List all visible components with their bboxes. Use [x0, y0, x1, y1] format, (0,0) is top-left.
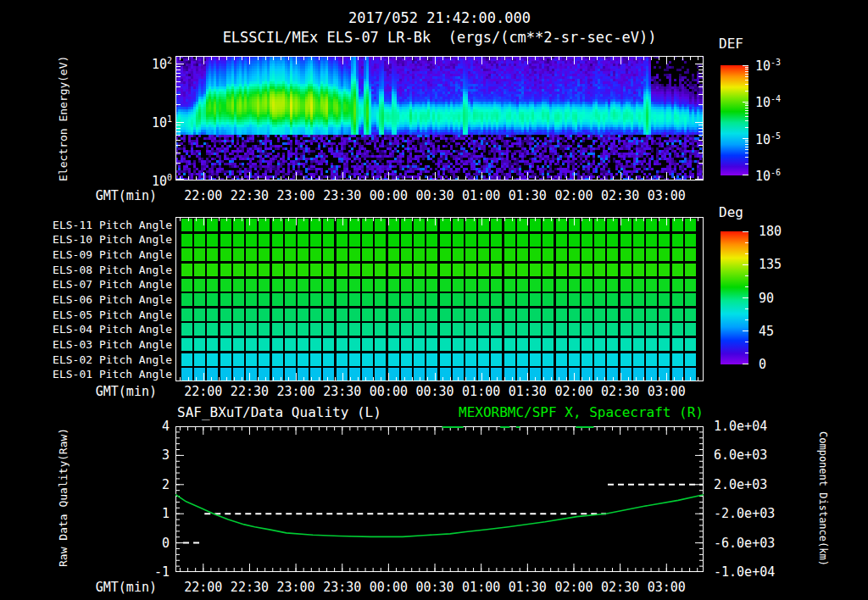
time-tick-label: 00:00: [370, 384, 408, 399]
quality-axis-tick-label: 1: [162, 506, 170, 521]
quality-axis-tick-label: -1: [154, 564, 170, 580]
time-tick-label: 03:00: [648, 384, 686, 399]
time-tick-label: 02:00: [554, 580, 593, 595]
time-tick-label: 22:30: [231, 384, 269, 399]
time-tick-label: 01:00: [462, 188, 500, 203]
plot-timestamp-title: 2017/052 21:42:00.000: [175, 9, 704, 26]
distance-axis-tick-label: -1.0e+04: [714, 564, 775, 580]
distance-axis-tick-label: 2.0e+03: [714, 477, 767, 492]
line-panel-border: [176, 427, 704, 572]
time-tick-label: 03:00: [648, 188, 686, 203]
time-tick-label: 22:00: [184, 384, 222, 399]
deg-colorbar-tick-label: 0: [759, 357, 766, 372]
quality-axis-tick-label: 2: [162, 477, 170, 492]
electron-energy-spectrogram: [175, 56, 704, 181]
time-tick-label: 02:00: [554, 384, 593, 399]
pitch-angle-heatmap: [175, 217, 704, 381]
time-tick-labels-middle: 22:0022:3023:0023:3000:0000:3001:0001:30…: [175, 384, 704, 399]
time-tick-label: 00:00: [370, 188, 408, 203]
time-tick-label: 03:00: [648, 580, 686, 595]
quality-axis-tick-label: 3: [162, 447, 170, 463]
time-tick-label: 02:30: [601, 384, 639, 399]
time-tick-label: 23:30: [323, 188, 361, 203]
time-tick-label: 22:30: [231, 188, 269, 203]
quality-y-axis-label-line2: (Raw): [54, 428, 73, 461]
time-tick-label: 01:30: [509, 384, 547, 399]
time-tick-label: 23:30: [323, 384, 361, 399]
def-colorbar: [721, 65, 748, 175]
quality-axis-tick-label: 0: [162, 536, 170, 551]
quality-orbit-plot: [175, 426, 704, 572]
deg-colorbar-tick-label: 135: [759, 257, 782, 272]
distance-y-axis-label-line2: (km): [814, 542, 832, 566]
distance-axis-tick-label: 6.0e+03: [714, 447, 767, 463]
time-tick-label: 22:00: [184, 580, 222, 595]
spacecraft-series-legend: MEXORBMC/SPF X, Spacecraft (R): [459, 404, 704, 420]
plot-instrument-title: ELSSCIL/MEx ELS-07 LR-Bk (ergs/(cm**2-sr…: [175, 29, 704, 46]
quality-y-axis-label: Raw Data Quality(Raw): [44, 414, 83, 581]
quality-y-axis-label-line1: Raw Data Quality: [54, 461, 73, 567]
time-tick-label: 01:30: [509, 188, 547, 203]
time-tick-label: 23:00: [277, 580, 315, 595]
time-tick-label: 01:00: [462, 580, 500, 595]
time-tick-label: 00:00: [370, 580, 408, 595]
spacecraft-x-curve: [175, 495, 704, 537]
distance-y-axis-label: Component Distance(km): [802, 409, 844, 587]
time-tick-label: 00:30: [415, 580, 453, 595]
deg-colorbar: [721, 231, 748, 364]
time-tick-labels-top: 22:0022:3023:0023:3000:0000:3001:0001:30…: [175, 188, 704, 203]
time-tick-label: 01:30: [509, 580, 547, 595]
cdaweb-style-plot: 2017/052 21:42:00.000 ELSSCIL/MEx ELS-07…: [0, 0, 868, 600]
time-tick-label: 22:30: [231, 580, 269, 595]
deg-colorbar-tick-label: 90: [759, 291, 774, 306]
time-tick-label: 00:30: [415, 188, 453, 203]
distance-axis-tick-label: -2.0e+03: [714, 506, 775, 521]
time-tick-labels-bottom: 22:0022:3023:0023:3000:0000:3001:0001:30…: [175, 580, 704, 595]
time-tick-label: 02:30: [601, 188, 639, 203]
deg-colorbar-tick-label: 180: [759, 224, 782, 239]
quality-axis-tick-labels: 43210-1: [127, 0, 170, 600]
quality-axis-tick-label: 4: [162, 419, 170, 434]
time-tick-label: 01:00: [462, 384, 500, 399]
time-tick-label: 23:30: [323, 580, 361, 595]
deg-colorbar-tick-label: 45: [759, 324, 774, 339]
deg-colorbar-tick-labels: 18013590450: [759, 0, 818, 424]
time-tick-label: 22:00: [184, 188, 222, 203]
time-tick-label: 02:30: [601, 580, 639, 595]
distance-axis-tick-label: -6.0e+03: [714, 536, 775, 551]
time-tick-label: 02:00: [554, 188, 593, 203]
distance-y-axis-label-line1: Component Distance: [814, 431, 832, 542]
time-tick-label: 23:00: [277, 188, 315, 203]
time-tick-label: 00:30: [415, 384, 453, 399]
time-tick-label: 23:00: [277, 384, 315, 399]
quality-series-legend: SAF_BXuT/Data Quality (L): [177, 404, 381, 420]
